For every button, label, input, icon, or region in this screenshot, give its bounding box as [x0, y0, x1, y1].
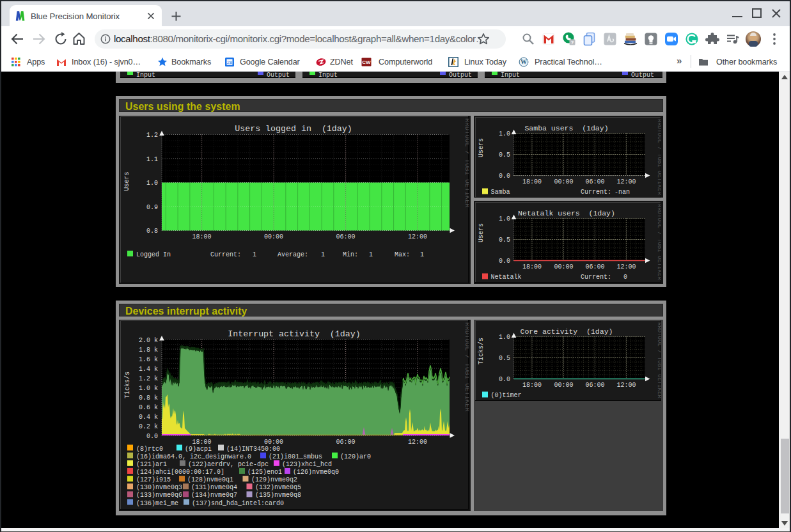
svg-text:(120)ar0: (120)ar0: [340, 453, 371, 460]
svg-text:(121)ar1: (121)ar1: [136, 461, 167, 468]
svg-text:0.8 k: 0.8 k: [139, 395, 158, 402]
svg-text:06:00: 06:00: [336, 233, 356, 240]
svg-text:Ticks/s: Ticks/s: [124, 372, 131, 398]
svg-text:Min:: Min:: [343, 251, 358, 258]
svg-text:Ticks/s: Ticks/s: [478, 338, 485, 364]
svg-text:Input: Input: [136, 72, 155, 78]
svg-text:Netatalk users (1day): Netatalk users (1day): [518, 209, 615, 217]
svg-text:0.0: 0.0: [499, 258, 510, 265]
svg-text:CW: CW: [362, 59, 371, 65]
svg-text:(132)nvme0q5: (132)nvme0q5: [255, 484, 301, 491]
svg-text:18:00: 18:00: [522, 263, 542, 270]
svg-text:(136)mei_me: (136)mei_me: [136, 500, 178, 507]
svg-text:(16)idma64.0, i2c_designware.0: (16)idma64.0, i2c_designware.0: [136, 453, 251, 460]
svg-text:12:00: 12:00: [616, 178, 636, 185]
svg-text:(130)nvme0q3: (130)nvme0q3: [136, 484, 182, 491]
svg-text:RRDTOOL / TOBI OETIKER: RRDTOOL / TOBI OETIKER: [464, 322, 469, 412]
svg-text:0.8: 0.8: [146, 228, 158, 235]
svg-text:(124)ahci[0000:00:17.0]: (124)ahci[0000:00:17.0]: [136, 469, 224, 476]
svg-text:1.0: 1.0: [146, 180, 158, 187]
svg-text:1.8 k: 1.8 k: [139, 347, 158, 354]
svg-text:Current:: Current:: [210, 251, 241, 258]
svg-text:0.6 k: 0.6 k: [139, 404, 158, 411]
svg-text:(134)nvme0q7: (134)nvme0q7: [191, 492, 237, 499]
svg-text:1.0 k: 1.0 k: [139, 385, 158, 392]
svg-text:Users: Users: [123, 171, 130, 191]
svg-text:(131)nvme0q4: (131)nvme0q4: [191, 484, 237, 491]
svg-text:1: 1: [420, 251, 424, 258]
svg-text:1: 1: [253, 251, 256, 258]
svg-text:Input: Input: [318, 72, 338, 78]
svg-text:RRDTOOL / TOBI OETIKER: RRDTOOL / TOBI OETIKER: [656, 322, 662, 398]
svg-text:?: ?: [571, 40, 574, 45]
svg-text:00:00: 00:00: [554, 382, 573, 389]
svg-text:1.1: 1.1: [146, 156, 158, 163]
svg-text:18:00: 18:00: [522, 178, 542, 185]
svg-text:1.0: 1.0: [499, 334, 510, 341]
svg-text:Samba users (1day): Samba users (1day): [524, 124, 608, 132]
svg-text:0.5: 0.5: [499, 237, 510, 244]
svg-text:12:00: 12:00: [616, 263, 636, 270]
svg-text:18:00: 18:00: [192, 439, 212, 446]
svg-text:2.0 k: 2.0 k: [139, 337, 158, 344]
svg-text:Logged In: Logged In: [136, 251, 171, 258]
svg-text:0.5: 0.5: [499, 355, 510, 362]
svg-text:06:00: 06:00: [336, 439, 356, 446]
svg-text:1.2 k: 1.2 k: [139, 375, 158, 382]
svg-text:Users: Users: [478, 223, 485, 242]
svg-text:18:00: 18:00: [192, 233, 212, 240]
svg-text:12:00: 12:00: [408, 233, 427, 240]
svg-text:(122)aerdrv, pcie-dpc: (122)aerdrv, pcie-dpc: [188, 461, 269, 468]
svg-text:Core activity (1day): Core activity (1day): [521, 327, 613, 336]
svg-text:RRDTOOL / TOBI OETIKER: RRDTOOL / TOBI OETIKER: [656, 119, 662, 195]
svg-text:(9)acpi: (9)acpi: [185, 446, 212, 453]
svg-text:Users logged in (1day): Users logged in (1day): [235, 124, 352, 134]
svg-text:1: 1: [369, 251, 373, 258]
svg-text:06:00: 06:00: [585, 382, 604, 389]
svg-text:(21)i801_smbus: (21)i801_smbus: [269, 453, 322, 460]
svg-text:1.0: 1.0: [499, 215, 510, 223]
svg-text:(135)nvme0q8: (135)nvme0q8: [255, 492, 301, 499]
svg-text:Input: Input: [501, 72, 520, 78]
svg-text:(8)rtc0: (8)rtc0: [136, 446, 163, 453]
svg-text:1: 1: [321, 251, 325, 258]
svg-text:1.0: 1.0: [499, 130, 510, 137]
svg-text:Current:: Current:: [581, 189, 611, 196]
svg-text:1.4 k: 1.4 k: [139, 366, 158, 373]
svg-text:(127)i915: (127)i915: [136, 476, 171, 483]
svg-text:Output: Output: [449, 72, 472, 78]
svg-text:0.4 k: 0.4 k: [139, 414, 158, 421]
svg-text:W: W: [521, 58, 527, 65]
svg-text:12:00: 12:00: [408, 439, 427, 446]
svg-text:06:00: 06:00: [585, 178, 604, 185]
svg-text:Current:: Current:: [581, 274, 611, 281]
svg-text:Output: Output: [267, 72, 290, 78]
svg-text:00:00: 00:00: [264, 233, 283, 240]
svg-text:(123)xhci_hcd: (123)xhci_hcd: [282, 461, 332, 468]
svg-text:(0)timer: (0)timer: [491, 392, 522, 399]
svg-text:(129)nvme0q2: (129)nvme0q2: [251, 476, 297, 483]
svg-text:0: 0: [623, 274, 627, 281]
svg-text:Netatalk: Netatalk: [491, 274, 522, 281]
svg-text:Average:: Average:: [278, 251, 308, 258]
svg-text:(133)nvme0q6: (133)nvme0q6: [136, 492, 182, 499]
svg-text:1.6 k: 1.6 k: [139, 356, 158, 363]
svg-text:0.0: 0.0: [499, 376, 510, 383]
svg-text:(125)eno1: (125)eno1: [247, 469, 282, 476]
svg-text:18:00: 18:00: [522, 382, 542, 389]
svg-text:-nan: -nan: [615, 189, 630, 196]
svg-text:0.2 k: 0.2 k: [139, 423, 158, 430]
svg-text:06:00: 06:00: [585, 263, 604, 270]
svg-text:Max:: Max:: [395, 251, 410, 258]
svg-text:(126)nvme0q0: (126)nvme0q0: [293, 469, 339, 476]
svg-text:1.2: 1.2: [146, 132, 158, 139]
svg-text:RRDTOOL / TOBI OETIKER: RRDTOOL / TOBI OETIKER: [656, 204, 662, 280]
svg-text:Output: Output: [631, 72, 654, 78]
svg-text:(14)INT3450:00: (14)INT3450:00: [226, 446, 280, 453]
svg-text:00:00: 00:00: [264, 439, 283, 446]
svg-text:00:00: 00:00: [554, 263, 573, 270]
svg-text:Users: Users: [478, 138, 485, 157]
svg-text:Interrupt activity (1day): Interrupt activity (1day): [228, 329, 360, 339]
svg-text:(128)nvme0q1: (128)nvme0q1: [187, 476, 233, 483]
svg-text:(137)snd_hda_intel:card0: (137)snd_hda_intel:card0: [192, 500, 284, 507]
